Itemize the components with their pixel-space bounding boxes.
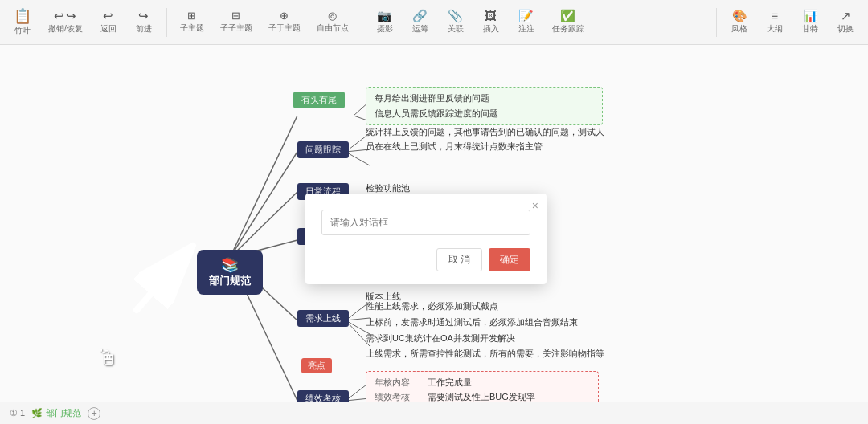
forward-icon: ↪	[138, 10, 149, 22]
divider-2	[362, 8, 362, 37]
dialog: × 取 消 确定	[305, 194, 547, 284]
back-icon: ↩	[103, 10, 113, 22]
toolbar-gantt[interactable]: 📊 甘特	[794, 6, 826, 38]
share-label: 切换	[837, 23, 854, 35]
toolbar-insert[interactable]: 🖼 插入	[475, 6, 507, 38]
assess-item1-value: 工作完成量	[428, 377, 472, 389]
svg-line-0	[230, 116, 297, 258]
outline-icon: ≡	[772, 10, 779, 22]
attach-label: 关联	[448, 23, 464, 35]
toolbar-photo[interactable]: 📷 摄影	[369, 6, 401, 38]
file-icon: 📋	[14, 9, 31, 23]
central-node[interactable]: 📚 部门规范	[197, 250, 263, 295]
insert-icon: 🖼	[485, 10, 497, 22]
red-point-label: 亮点	[301, 358, 332, 373]
insert-label: 插入	[483, 23, 499, 35]
dialog-close-button[interactable]: ×	[532, 200, 538, 211]
demand-line3: 需求到UC集统计在OA并发测开发解决	[366, 331, 611, 347]
link-label: 运筹	[412, 23, 428, 35]
sub-child-label: 子子主题	[220, 22, 252, 34]
toolbar-note[interactable]: 📝 注注	[510, 6, 542, 38]
toolbar-task[interactable]: ✅ 任务跟踪	[546, 6, 591, 38]
toolbar-link[interactable]: 🔗 运筹	[404, 6, 436, 38]
child-node-icon: ⊕	[280, 10, 289, 21]
toolbar-forward[interactable]: ↪ 前进	[128, 6, 160, 38]
green-content-line1: 每月给出测进群里反馈的问题	[375, 92, 594, 104]
undo-icon: ↩	[54, 10, 64, 22]
gantt-icon: 📊	[803, 10, 818, 22]
assess-row1: 年核内容 工作完成量	[375, 377, 590, 389]
add-tab-button[interactable]: +	[88, 407, 100, 420]
current-tab[interactable]: 🌿 部门规范	[31, 407, 81, 419]
free-node-icon: ◎	[328, 10, 337, 21]
divider-1	[166, 8, 167, 37]
demand-content: 性能上线需求，必须添加测试截点 上标前，发需求时通过测试后，必须添加组合音频结束…	[366, 299, 611, 362]
back-label: 返回	[100, 23, 117, 35]
file-label: 竹叶	[14, 25, 31, 36]
link-icon: 🔗	[412, 10, 428, 22]
task-icon: ✅	[560, 10, 575, 22]
svg-line-1	[230, 152, 297, 258]
dialog-confirm-button[interactable]: 确定	[489, 248, 530, 271]
toolbar-child-node[interactable]: ⊕ 子于主题	[262, 7, 307, 37]
forward-label: 前进	[136, 23, 152, 35]
canvas-area[interactable]: 📚 部门规范 有头有尾 问题跟踪 日常流程 开 需求上线 绩效考核 每月给出测进…	[0, 45, 868, 411]
toolbar-share[interactable]: ↗ 切换	[829, 6, 862, 38]
problem-content: 统计群上反馈的问题，其他事请告到的已确认的问题，测试人员在在线上已测试，月末得统…	[366, 125, 607, 153]
undo-label: 撤销/恢复	[48, 23, 83, 35]
page-number: ① 1	[10, 408, 25, 418]
demand-line1: 性能上线需求，必须添加测试截点	[366, 299, 611, 315]
dialog-buttons: 取 消 确定	[321, 248, 530, 271]
redo-icon: ↪	[66, 10, 76, 22]
demand-text: 需求上线	[305, 312, 341, 324]
sub-child-icon: ⊟	[231, 10, 240, 21]
central-icon: 📚	[221, 256, 239, 274]
toolbar-back[interactable]: ↩ 返回	[92, 6, 125, 38]
green-header-text: 有头有尾	[301, 94, 337, 106]
toolbar-outline[interactable]: ≡ 大纲	[759, 6, 791, 38]
free-node-label: 自由节点	[317, 22, 349, 34]
style-icon: 🎨	[732, 10, 747, 22]
divider-3	[716, 8, 717, 37]
problem-line1: 统计群上反馈的问题，其他事请告到的已确认的问题，测试人员在在线上已测试，月末得统…	[366, 125, 607, 153]
node-demand[interactable]: 需求上线	[297, 310, 349, 327]
child-node-label: 子于主题	[268, 22, 301, 34]
tab-icon: 🌿	[31, 408, 43, 418]
photo-icon: 📷	[377, 10, 392, 22]
photo-label: 摄影	[377, 23, 393, 35]
assess-item1-label: 年核内容	[375, 377, 415, 389]
cursor-annotation: 🖱	[96, 344, 119, 371]
demand-line2: 上标前，发需求时通过测试后，必须添加组合音频结束	[366, 315, 611, 331]
outline-label: 大纲	[767, 23, 783, 35]
toolbar-right: 🎨 风格 ≡ 大纲 📊 甘特 ↗ 切换	[713, 6, 862, 38]
note-icon: 📝	[518, 10, 534, 22]
tab-label: 部门规范	[46, 407, 81, 419]
style-label: 风格	[731, 23, 747, 35]
status-bar: ① 1 🌿 部门规范 +	[0, 402, 868, 424]
toolbar-file[interactable]: 📋 竹叶	[6, 6, 39, 39]
attach-icon: 📎	[448, 10, 463, 22]
dialog-cancel-button[interactable]: 取 消	[436, 248, 482, 271]
toolbar-child-topic[interactable]: ⊞ 子主题	[174, 7, 211, 37]
share-icon: ↗	[841, 10, 851, 22]
child-topic-label: 子主题	[180, 22, 204, 34]
gantt-label: 甘特	[802, 23, 818, 35]
central-text: 部门规范	[209, 274, 251, 288]
node-problem[interactable]: 问题跟踪	[297, 141, 349, 158]
toolbar-style[interactable]: 🎨 风格	[723, 6, 755, 38]
toolbar-undo[interactable]: ↩ ↪ 撤销/恢复	[42, 6, 89, 38]
problem-text: 问题跟踪	[305, 144, 341, 156]
svg-line-2	[230, 192, 297, 258]
task-label: 任务跟踪	[552, 23, 584, 35]
svg-line-10	[346, 152, 370, 165]
note-label: 注注	[518, 23, 534, 35]
dialog-input[interactable]	[321, 210, 530, 235]
toolbar: 📋 竹叶 ↩ ↪ 撤销/恢复 ↩ 返回 ↪ 前进 ⊞ 子主题 ⊟ 子子主题 ⊕ …	[0, 0, 868, 45]
toolbar-sub-child[interactable]: ⊟ 子子主题	[214, 7, 259, 37]
child-topic-icon: ⊞	[187, 10, 196, 21]
green-content-box: 每月给出测进群里反馈的问题 信息人员需反馈跟踪进度的问题	[366, 87, 603, 125]
node-green-header[interactable]: 有头有尾	[293, 92, 345, 108]
toolbar-attach[interactable]: 📎 关联	[440, 6, 472, 38]
toolbar-free-node[interactable]: ◎ 自由节点	[310, 7, 355, 37]
demand-line4: 上线需求，所需查控性能测试，所有的需要，关注影响物指等	[366, 346, 611, 362]
